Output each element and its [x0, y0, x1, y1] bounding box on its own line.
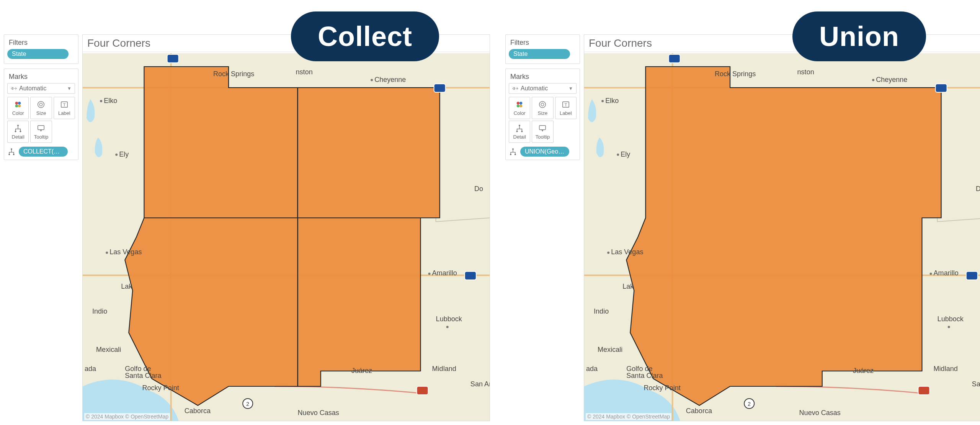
svg-text:Lak: Lak: [622, 283, 634, 290]
svg-rect-11: [38, 125, 44, 129]
svg-text:Cheyenne: Cheyenne: [876, 76, 907, 83]
svg-point-60: [512, 149, 514, 150]
svg-text:Juárez: Juárez: [853, 367, 874, 374]
color-button[interactable]: Color: [7, 97, 29, 119]
size-icon: [538, 100, 547, 109]
svg-text:2: 2: [246, 401, 249, 407]
side-shelves: Filters State Marks Automatic ▼: [505, 34, 580, 165]
svg-text:Midland: Midland: [934, 365, 958, 373]
detail-icon: [515, 124, 524, 132]
filters-heading: Filters: [509, 38, 577, 49]
svg-point-48: [517, 101, 519, 104]
svg-point-85: [948, 326, 950, 328]
svg-text:Mexicali: Mexicali: [598, 346, 622, 353]
svg-point-10: [20, 131, 21, 132]
automatic-icon: [11, 87, 17, 90]
svg-point-2: [15, 105, 18, 107]
mark-buttons-row2: Detail Tooltip: [509, 121, 577, 143]
svg-text:San An: San An: [470, 380, 490, 388]
filters-heading: Filters: [7, 38, 75, 49]
svg-text:Do: Do: [474, 185, 483, 193]
filter-pill-state[interactable]: State: [7, 49, 69, 59]
svg-text:Caborca: Caborca: [686, 407, 712, 415]
color-icon: [14, 100, 22, 109]
svg-rect-90: [669, 54, 680, 63]
svg-text:Rocky Point: Rocky Point: [142, 384, 179, 392]
svg-point-23: [115, 154, 118, 156]
viz-area: Four Corners Rock Springs nston Cheyenne: [584, 34, 980, 421]
svg-point-37: [446, 326, 449, 328]
detail-button[interactable]: Detail: [509, 121, 530, 143]
svg-text:San An: San An: [972, 380, 980, 388]
svg-point-57: [516, 131, 518, 132]
filters-card: Filters State: [4, 34, 78, 64]
svg-text:Indio: Indio: [594, 307, 609, 315]
svg-point-71: [617, 154, 619, 156]
detail-button[interactable]: Detail: [7, 121, 29, 143]
mark-type-label: Automatic: [521, 85, 548, 92]
chevron-down-icon: ▼: [568, 86, 573, 91]
svg-rect-92: [966, 271, 978, 280]
tooltip-icon: [37, 124, 45, 132]
map-union[interactable]: Rock Springs nston Cheyenne Elko Ely Las…: [584, 53, 980, 421]
svg-point-14: [13, 154, 15, 155]
svg-text:Cheyenne: Cheyenne: [374, 76, 406, 83]
color-icon: [515, 100, 524, 109]
svg-point-4: [38, 101, 44, 108]
size-button[interactable]: Size: [532, 97, 553, 119]
mark-buttons-row1: Color Size T Label: [509, 97, 577, 119]
mark-type-select[interactable]: Automatic ▼: [509, 83, 577, 94]
svg-text:Ely: Ely: [119, 150, 129, 158]
detail-icon: [14, 124, 22, 132]
svg-point-69: [601, 100, 604, 102]
detail-pill-collect[interactable]: COLLECT(Geo...: [19, 147, 68, 157]
detail-pill-union[interactable]: UNION(Geome...: [520, 147, 569, 157]
label-button[interactable]: T Label: [54, 97, 75, 119]
color-button[interactable]: Color: [509, 97, 530, 119]
svg-text:Juárez: Juárez: [351, 367, 372, 374]
badge-union: Union: [792, 11, 926, 61]
mark-buttons-row2: Detail Tooltip: [7, 121, 75, 143]
map-collect[interactable]: Rock Springs nston Cheyenne Elko Ely Las…: [83, 53, 490, 421]
map-attribution: © 2024 Mapbox © OpenStreetMap: [586, 413, 671, 420]
viz-area: Four Corners: [82, 34, 490, 421]
svg-point-35: [428, 273, 431, 275]
size-button[interactable]: Size: [30, 97, 52, 119]
svg-text:2: 2: [748, 401, 751, 407]
svg-rect-43: [434, 84, 446, 92]
mark-type-select[interactable]: Automatic ▼: [7, 83, 75, 94]
filter-pill-state[interactable]: State: [509, 49, 570, 59]
svg-text:Amarillo: Amarillo: [432, 269, 457, 277]
marks-heading: Marks: [509, 72, 577, 83]
svg-text:Midland: Midland: [432, 365, 456, 373]
chevron-down-icon: ▼: [67, 86, 72, 91]
svg-text:T: T: [63, 102, 65, 107]
svg-rect-44: [465, 271, 476, 280]
panel-union: Filters State Marks Automatic ▼: [505, 34, 980, 421]
svg-rect-45: [416, 386, 428, 395]
label-icon: T: [562, 100, 570, 109]
svg-point-8: [17, 124, 19, 126]
svg-point-67: [872, 79, 874, 81]
svg-text:Elko: Elko: [605, 97, 619, 105]
label-icon: T: [60, 100, 69, 109]
svg-text:nston: nston: [296, 68, 313, 76]
badge-collect: Collect: [291, 11, 439, 61]
svg-point-52: [539, 101, 546, 108]
marks-heading: Marks: [7, 72, 75, 83]
label-button[interactable]: T Label: [555, 97, 577, 119]
svg-point-12: [11, 149, 12, 150]
svg-point-13: [8, 154, 10, 155]
svg-point-0: [15, 101, 18, 104]
svg-text:Las Vegas: Las Vegas: [109, 248, 142, 256]
svg-point-21: [100, 100, 102, 102]
tooltip-button[interactable]: Tooltip: [30, 121, 52, 143]
svg-text:Rocky Point: Rocky Point: [644, 384, 680, 392]
svg-rect-91: [936, 84, 947, 92]
svg-text:Indio: Indio: [92, 307, 107, 315]
svg-text:Nuevo Casas: Nuevo Casas: [799, 409, 841, 417]
size-icon: [37, 100, 45, 109]
side-shelves: Filters State Marks Automatic ▼: [4, 34, 78, 165]
detail-pill-row: UNION(Geome...: [509, 147, 577, 157]
tooltip-button[interactable]: Tooltip: [532, 121, 553, 143]
